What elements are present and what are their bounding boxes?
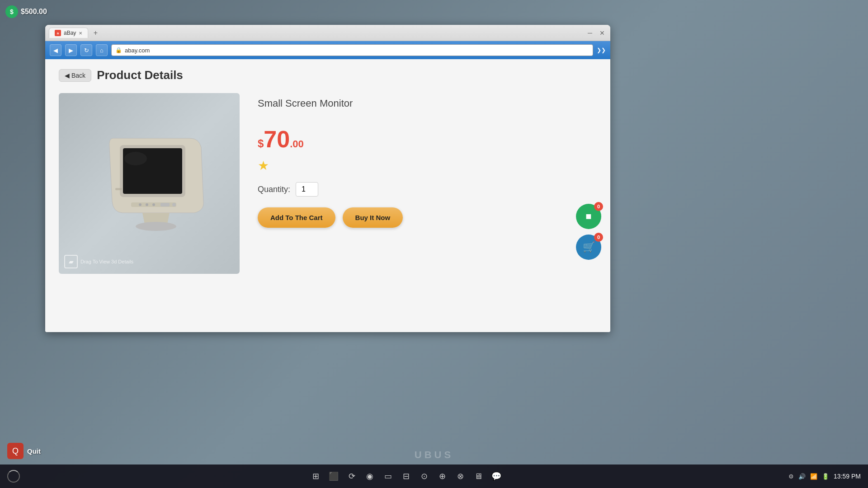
box-cart-button[interactable]: ■ 0 bbox=[576, 204, 601, 229]
taskbar-volume-icon: 🔊 bbox=[798, 473, 806, 480]
shopping-cart-button[interactable]: 🛒 0 bbox=[576, 235, 601, 260]
taskbar-wifi-icon: 📶 bbox=[810, 473, 817, 480]
star-icon: ★ bbox=[258, 159, 269, 173]
svg-point-2 bbox=[124, 152, 147, 165]
taskbar-icons: ⊞ ⬛ ⟳ ◉ ▭ ⊟ ⊙ ⊕ ⊗ 🖥 💬 bbox=[25, 470, 787, 483]
drag-hint-text: Drag To View 3d Details bbox=[80, 259, 133, 264]
address-bar[interactable]: 🔒 abay.com bbox=[111, 44, 593, 56]
add-to-cart-button[interactable]: Add To The Cart bbox=[258, 207, 335, 228]
3d-cube-icon: ▰ bbox=[64, 255, 78, 268]
back-nav-button[interactable]: ◀ bbox=[50, 44, 61, 56]
quit-button[interactable]: Q Quit bbox=[7, 443, 41, 459]
svg-point-8 bbox=[172, 203, 176, 206]
address-lock-icon: 🔒 bbox=[115, 47, 122, 53]
price-dollar-sign: $ bbox=[258, 137, 264, 150]
browser-titlebar: a aBay ✕ + ─ ✕ bbox=[45, 25, 610, 41]
svg-point-4 bbox=[139, 203, 142, 206]
tab-label: aBay bbox=[64, 30, 76, 36]
taskbar-icon-3[interactable]: ⟳ bbox=[345, 470, 358, 483]
product-image bbox=[90, 120, 208, 247]
price-cents: .00 bbox=[290, 138, 304, 150]
taskbar-icon-4[interactable]: ◉ bbox=[363, 470, 376, 483]
box-icon: ■ bbox=[585, 211, 591, 222]
taskbar-spinner bbox=[7, 470, 20, 483]
wallet-dollar-sign: $ bbox=[10, 8, 14, 15]
browser-toolbar: ◀ ▶ ↻ ⌂ 🔒 abay.com ❯❯ bbox=[45, 41, 610, 59]
product-image-background bbox=[59, 93, 240, 274]
browser-content: ◀ Back Product Details bbox=[45, 59, 610, 332]
page-title: Product Details bbox=[97, 68, 183, 82]
wallet-amount: $500.00 bbox=[21, 8, 47, 16]
price-main: 70 bbox=[264, 127, 290, 151]
shopping-cart-badge: 0 bbox=[594, 233, 603, 242]
svg-point-5 bbox=[146, 203, 148, 206]
product-layout: ▰ Drag To View 3d Details Small Screen M… bbox=[59, 93, 597, 274]
drag-hint: ▰ Drag To View 3d Details bbox=[64, 255, 133, 268]
cart-icon: 🛒 bbox=[583, 241, 595, 253]
svg-rect-7 bbox=[160, 203, 170, 206]
taskbar-battery-icon: 🔋 bbox=[822, 473, 829, 480]
taskbar-right: ⚙ 🔊 📶 🔋 13:59 PM bbox=[788, 473, 861, 480]
product-price: $ 70 .00 bbox=[258, 127, 597, 151]
buy-it-now-button[interactable]: Buy It Now bbox=[343, 207, 403, 228]
quit-label: Quit bbox=[27, 447, 41, 455]
url-text: abay.com bbox=[125, 47, 150, 54]
svg-point-6 bbox=[152, 203, 155, 206]
back-label: Back bbox=[71, 72, 85, 79]
product-image-container: ▰ Drag To View 3d Details bbox=[59, 93, 240, 274]
browser-tab[interactable]: a aBay ✕ bbox=[49, 28, 88, 38]
taskbar-icon-monitor[interactable]: 🖥 bbox=[472, 470, 485, 483]
taskbar-icon-9[interactable]: ⊗ bbox=[454, 470, 467, 483]
back-button[interactable]: ◀ Back bbox=[59, 69, 91, 82]
ubus-label: UBUS bbox=[415, 449, 453, 461]
back-arrow-icon: ◀ bbox=[65, 72, 70, 79]
taskbar-time: 13:59 PM bbox=[834, 473, 861, 480]
taskbar-icon-2[interactable]: ⬛ bbox=[327, 470, 340, 483]
taskbar-icon-8[interactable]: ⊕ bbox=[436, 470, 448, 483]
box-cart-badge: 0 bbox=[594, 202, 603, 211]
home-button[interactable]: ⌂ bbox=[96, 44, 108, 56]
product-name: Small Screen Monitor bbox=[258, 98, 597, 109]
forward-nav-button[interactable]: ▶ bbox=[65, 44, 77, 56]
action-buttons: Add To The Cart Buy It Now bbox=[258, 207, 597, 228]
refresh-button[interactable]: ↻ bbox=[80, 44, 92, 56]
taskbar-icon-5[interactable]: ▭ bbox=[382, 470, 394, 483]
quantity-input[interactable] bbox=[296, 182, 318, 197]
desktop: $ $500.00 a aBay ✕ + ─ ✕ ◀ ▶ ↻ ⌂ 🔒 bbox=[0, 0, 868, 488]
taskbar-icon-6[interactable]: ⊟ bbox=[400, 470, 412, 483]
taskbar-icon-chat[interactable]: 💬 bbox=[490, 470, 503, 483]
product-details: Small Screen Monitor $ 70 .00 ★ Quantity… bbox=[258, 93, 597, 228]
star-rating: ★ bbox=[258, 158, 597, 173]
page-header: ◀ Back Product Details bbox=[59, 68, 597, 82]
browser-window: a aBay ✕ + ─ ✕ ◀ ▶ ↻ ⌂ 🔒 abay.com ❯❯ bbox=[45, 25, 610, 332]
tab-favicon: a bbox=[55, 30, 61, 36]
floating-buttons: ■ 0 🛒 0 bbox=[576, 204, 601, 260]
quantity-label: Quantity: bbox=[258, 185, 290, 194]
taskbar-system-icon-1: ⚙ bbox=[788, 473, 794, 480]
wallet-bar: $ $500.00 bbox=[5, 5, 47, 18]
window-controls: ─ ✕ bbox=[586, 29, 607, 37]
quit-icon: Q bbox=[7, 443, 24, 459]
quantity-row: Quantity: bbox=[258, 182, 597, 197]
minimize-button[interactable]: ─ bbox=[586, 29, 594, 37]
new-tab-button[interactable]: + bbox=[90, 28, 101, 38]
svg-rect-10 bbox=[115, 188, 122, 190]
nav-extra-button[interactable]: ❯❯ bbox=[597, 46, 606, 55]
taskbar: ⊞ ⬛ ⟳ ◉ ▭ ⊟ ⊙ ⊕ ⊗ 🖥 💬 ⚙ 🔊 📶 🔋 13:59 PM bbox=[0, 465, 868, 488]
svg-point-9 bbox=[136, 222, 176, 231]
wallet-icon: $ bbox=[5, 5, 18, 18]
close-button[interactable]: ✕ bbox=[598, 29, 607, 37]
taskbar-icon-1[interactable]: ⊞ bbox=[309, 470, 322, 483]
taskbar-icon-7[interactable]: ⊙ bbox=[418, 470, 430, 483]
tab-close-button[interactable]: ✕ bbox=[79, 31, 82, 36]
